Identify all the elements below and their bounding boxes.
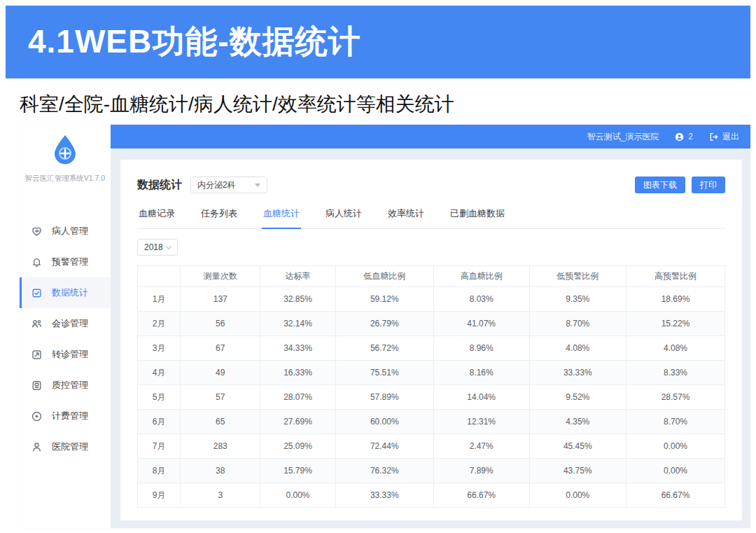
month-cell: 6月 xyxy=(138,410,181,434)
value-cell: 18.69% xyxy=(626,287,725,312)
sidebar-item-referral-management[interactable]: 转诊管理 xyxy=(20,339,111,370)
value-cell: 137 xyxy=(181,287,260,312)
hospital-name: 智云测试_演示医院 xyxy=(587,131,659,143)
system-name: 智云医汇管理系统V1.7.0 xyxy=(20,174,111,184)
statistics-table: 测量次数达标率低血糖比例高血糖比例低预警比例高预警比例 1月13732.85%5… xyxy=(137,265,725,508)
value-cell: 4.08% xyxy=(529,336,626,361)
card-header: 数据统计 内分泌2科 图表下载 打印 xyxy=(137,176,725,193)
table-body: 1月13732.85%59.12%8.03%9.35%18.69%2月5632.… xyxy=(138,287,725,508)
value-cell: 56 xyxy=(181,312,260,336)
tab-deleted-glucose-data[interactable]: 已删血糖数据 xyxy=(449,207,506,229)
arrow-box-icon xyxy=(31,349,43,361)
value-cell: 26.79% xyxy=(335,312,433,336)
month-cell: 7月 xyxy=(138,434,181,459)
value-cell: 8.70% xyxy=(626,410,725,434)
sidebar-item-billing-management[interactable]: 计费管理 xyxy=(20,401,111,431)
sidebar-item-label: 数据统计 xyxy=(52,286,88,299)
value-cell: 32.85% xyxy=(260,287,335,312)
logout-icon xyxy=(708,132,719,142)
sidebar-item-hospital-management[interactable]: 医院管理 xyxy=(20,431,111,462)
people-icon xyxy=(31,318,43,330)
sidebar-item-label: 转诊管理 xyxy=(52,348,88,361)
value-cell: 32.14% xyxy=(260,312,335,336)
value-cell: 8.70% xyxy=(529,312,626,336)
column-header xyxy=(138,266,181,287)
value-cell: 75.51% xyxy=(335,361,433,385)
value-cell: 33.33% xyxy=(529,361,626,385)
value-cell: 8.03% xyxy=(433,287,529,312)
year-select-value: 2018 xyxy=(144,242,163,252)
sidebar-item-quality-management[interactable]: 质控管理 xyxy=(20,370,111,401)
slide-title: 4.1WEB功能-数据统计 xyxy=(28,20,361,64)
value-cell: 45.45% xyxy=(529,434,626,459)
sidebar-item-label: 会诊管理 xyxy=(52,317,88,330)
sidebar-item-alert-management[interactable]: 预警管理 xyxy=(20,247,111,277)
app-screenshot: 智云医汇管理系统V1.7.0 病人管理预警管理数据统计会诊管理转诊管理质控管理计… xyxy=(20,125,750,528)
tab-task-list[interactable]: 任务列表 xyxy=(200,207,239,229)
table-row: 6月6527.69%60.00%12.31%4.35%8.70% xyxy=(138,410,725,434)
column-header: 测量次数 xyxy=(181,266,260,287)
sidebar-item-data-statistics[interactable]: 数据统计 xyxy=(20,277,111,308)
table-row: 8月3815.79%76.32%7.89%43.75%0.00% xyxy=(138,459,725,483)
value-cell: 4.35% xyxy=(529,410,626,434)
value-cell: 57 xyxy=(181,385,260,410)
sidebar-item-patient-management[interactable]: 病人管理 xyxy=(20,216,111,247)
user-circle-icon xyxy=(674,132,685,142)
sidebar-menu: 病人管理预警管理数据统计会诊管理转诊管理质控管理计费管理医院管理 xyxy=(20,216,111,462)
person-icon xyxy=(31,441,43,453)
main-area: 智云测试_演示医院 2 退出 数据统计 xyxy=(111,125,750,528)
table-row: 2月5632.14%26.79%41.07%8.70%15.22% xyxy=(138,312,725,336)
print-button[interactable]: 打印 xyxy=(692,176,725,193)
user-count-button[interactable]: 2 xyxy=(674,132,693,142)
value-cell: 72.44% xyxy=(335,434,433,459)
column-header: 高预警比例 xyxy=(626,266,725,287)
value-cell: 28.07% xyxy=(260,385,335,410)
value-cell: 49 xyxy=(181,361,260,385)
column-header: 低预警比例 xyxy=(529,266,626,287)
department-select-value: 内分泌2科 xyxy=(197,179,236,191)
value-cell: 2.47% xyxy=(433,434,529,459)
value-cell: 38 xyxy=(181,459,260,483)
value-cell: 67 xyxy=(181,336,260,361)
tab-glucose-statistics[interactable]: 血糖统计 xyxy=(262,207,301,229)
month-cell: 8月 xyxy=(138,459,181,483)
value-cell: 28.57% xyxy=(626,385,725,410)
value-cell: 65 xyxy=(181,410,260,434)
tab-efficiency-statistics[interactable]: 效率统计 xyxy=(386,207,426,229)
sidebar-item-label: 病人管理 xyxy=(52,225,88,237)
value-cell: 59.12% xyxy=(335,287,433,312)
sidebar-item-consult-management[interactable]: 会诊管理 xyxy=(20,308,111,339)
app-logo: 智云医汇管理系统V1.7.0 xyxy=(20,125,111,184)
month-cell: 9月 xyxy=(138,483,181,508)
topbar: 智云测试_演示医院 2 退出 xyxy=(111,125,750,148)
logout-label: 退出 xyxy=(722,131,739,143)
month-cell: 4月 xyxy=(138,361,181,385)
page-title: 数据统计 xyxy=(137,178,182,193)
chart-download-button[interactable]: 图表下载 xyxy=(635,176,685,193)
tab-patient-statistics[interactable]: 病人统计 xyxy=(324,207,363,229)
tab-glucose-records[interactable]: 血糖记录 xyxy=(137,207,176,229)
clipboard-check-icon xyxy=(31,287,43,299)
value-cell: 4.08% xyxy=(626,336,725,361)
value-cell: 9.52% xyxy=(529,385,626,410)
value-cell: 66.67% xyxy=(433,483,529,508)
value-cell: 3 xyxy=(181,483,260,508)
value-cell: 15.22% xyxy=(626,312,725,336)
bell-icon xyxy=(31,256,43,268)
caret-down-icon xyxy=(255,184,260,187)
table-row: 7月28325.09%72.44%2.47%45.45%0.00% xyxy=(138,434,725,459)
department-select[interactable]: 内分泌2科 xyxy=(190,176,267,193)
value-cell: 76.32% xyxy=(335,459,433,483)
month-cell: 2月 xyxy=(138,312,181,336)
logout-button[interactable]: 退出 xyxy=(708,131,739,143)
sidebar: 智云医汇管理系统V1.7.0 病人管理预警管理数据统计会诊管理转诊管理质控管理计… xyxy=(20,125,111,528)
table-row: 1月13732.85%59.12%8.03%9.35%18.69% xyxy=(138,287,725,312)
table-row: 5月5728.07%57.89%14.04%9.52%28.57% xyxy=(138,385,725,410)
year-select[interactable]: 2018 xyxy=(137,239,178,256)
value-cell: 14.04% xyxy=(433,385,529,410)
sidebar-item-label: 计费管理 xyxy=(52,410,88,422)
table-row: 4月4916.33%75.51%8.16%33.33%8.33% xyxy=(138,361,725,385)
slide-subtitle: 科室/全院-血糖统计/病人统计/效率统计等相关统计 xyxy=(20,91,454,118)
value-cell: 27.69% xyxy=(260,410,335,434)
table-header: 测量次数达标率低血糖比例高血糖比例低预警比例高预警比例 xyxy=(138,266,725,287)
